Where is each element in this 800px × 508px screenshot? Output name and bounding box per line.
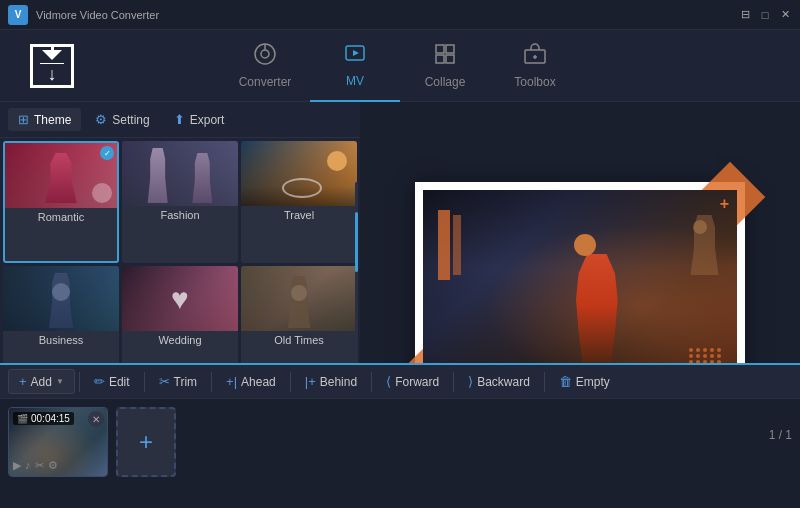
toolbar: + Add ▼ ✏ Edit ✂ Trim +| Ahead |+ Behind… xyxy=(0,365,800,399)
converter-icon xyxy=(253,42,277,71)
forward-button[interactable]: ⟨ Forward xyxy=(376,370,449,393)
theme-travel-thumb xyxy=(241,141,357,206)
add-caret-icon: ▼ xyxy=(56,377,64,386)
theme-wedding-thumb: ♥ xyxy=(122,266,238,331)
svg-marker-4 xyxy=(353,50,359,56)
theme-business-thumb xyxy=(3,266,119,331)
separator-1 xyxy=(79,372,80,392)
tab-export-label: Export xyxy=(190,113,225,127)
left-tab-bar: ⊞ Theme ⚙ Setting ⬆ Export xyxy=(0,102,360,138)
tab-theme-label: Theme xyxy=(34,113,71,127)
tab-toolbox[interactable]: Toolbox xyxy=(490,30,580,102)
theme-romantic-thumb: ✓ xyxy=(5,143,117,208)
selected-check-icon: ✓ xyxy=(100,146,114,160)
download-icon xyxy=(30,44,74,88)
audio-icon: ♪ xyxy=(25,459,31,472)
clock-icon: 🎬 xyxy=(17,414,28,424)
forward-label: Forward xyxy=(395,375,439,389)
theme-romantic-label: Romantic xyxy=(5,208,117,226)
video-frame: + xyxy=(415,182,745,392)
separator-7 xyxy=(544,372,545,392)
tab-setting[interactable]: ⚙ Setting xyxy=(85,108,159,131)
theme-oldtimes-thumb xyxy=(241,266,357,331)
theme-business-label: Business xyxy=(3,331,119,349)
add-label: Add xyxy=(31,375,52,389)
minimize-button[interactable]: ⊟ xyxy=(738,8,752,22)
trim-scissors-icon: ✂ xyxy=(159,374,170,389)
ahead-label: Ahead xyxy=(241,375,276,389)
toolbox-icon xyxy=(523,42,547,71)
backward-icon: ⟩ xyxy=(468,374,473,389)
empty-button[interactable]: 🗑 Empty xyxy=(549,370,620,393)
settings-small-icon: ⚙ xyxy=(48,459,58,472)
empty-label: Empty xyxy=(576,375,610,389)
empty-trash-icon: 🗑 xyxy=(559,374,572,389)
add-button[interactable]: + Add ▼ xyxy=(8,369,75,394)
page-counter: 1 / 1 xyxy=(769,428,792,442)
titlebar: V Vidmore Video Converter ⊟ □ ✕ xyxy=(0,0,800,30)
clip-action-icons: ▶ ♪ ✂ ⚙ xyxy=(13,459,58,472)
theme-fashion-thumb xyxy=(122,141,238,206)
clip-duration: 🎬 00:04:15 xyxy=(13,412,74,425)
setting-gear-icon: ⚙ xyxy=(95,112,107,127)
tab-theme[interactable]: ⊞ Theme xyxy=(8,108,81,131)
window-controls: ⊟ □ ✕ xyxy=(738,8,792,22)
tab-collage[interactable]: Collage xyxy=(400,30,490,102)
theme-travel[interactable]: Travel xyxy=(241,141,357,263)
separator-2 xyxy=(144,372,145,392)
maximize-button[interactable]: □ xyxy=(758,8,772,22)
add-clip-button[interactable]: + xyxy=(116,407,176,477)
separator-3 xyxy=(211,372,212,392)
svg-rect-6 xyxy=(446,45,454,53)
clip-time-value: 00:04:15 xyxy=(31,413,70,424)
tab-converter[interactable]: Converter xyxy=(220,30,310,102)
tab-export[interactable]: ⬆ Export xyxy=(164,108,235,131)
svg-rect-7 xyxy=(436,55,444,63)
cut-icon: ✂ xyxy=(35,459,44,472)
close-button[interactable]: ✕ xyxy=(778,8,792,22)
app-logo: V xyxy=(8,5,28,25)
add-plus-icon: + xyxy=(19,374,27,389)
tab-setting-label: Setting xyxy=(112,113,149,127)
edit-label: Edit xyxy=(109,375,130,389)
forward-icon: ⟨ xyxy=(386,374,391,389)
timeline-clip[interactable]: 🎬 00:04:15 ✕ ▶ ♪ ✂ ⚙ xyxy=(8,407,108,477)
backward-button[interactable]: ⟩ Backward xyxy=(458,370,540,393)
theme-romantic[interactable]: ✓ Romantic xyxy=(3,141,119,263)
separator-4 xyxy=(290,372,291,392)
plus-icon: + xyxy=(720,195,729,213)
tab-collage-label: Collage xyxy=(425,75,466,89)
edit-icon: ✏ xyxy=(94,374,105,389)
app-title: Vidmore Video Converter xyxy=(36,9,738,21)
separator-6 xyxy=(453,372,454,392)
ahead-icon: +| xyxy=(226,374,237,389)
svg-rect-8 xyxy=(446,55,454,63)
theme-travel-label: Travel xyxy=(241,206,357,224)
svg-point-1 xyxy=(261,50,269,58)
theme-oldtimes-label: Old Times xyxy=(241,331,357,349)
theme-fashion[interactable]: Fashion xyxy=(122,141,238,263)
backward-label: Backward xyxy=(477,375,530,389)
behind-label: Behind xyxy=(320,375,357,389)
main-navigation: Converter MV Collage xyxy=(0,30,800,102)
timeline: 🎬 00:04:15 ✕ ▶ ♪ ✂ ⚙ + 1 / 1 xyxy=(0,399,800,485)
separator-5 xyxy=(371,372,372,392)
mv-icon xyxy=(343,41,367,70)
tab-toolbox-label: Toolbox xyxy=(514,75,555,89)
video-content: + xyxy=(423,190,737,384)
export-upload-icon: ⬆ xyxy=(174,112,185,127)
trim-button[interactable]: ✂ Trim xyxy=(149,370,208,393)
behind-button[interactable]: |+ Behind xyxy=(295,370,367,393)
play-small-icon: ▶ xyxy=(13,459,21,472)
clip-close-button[interactable]: ✕ xyxy=(88,411,104,427)
bottom-area: + Add ▼ ✏ Edit ✂ Trim +| Ahead |+ Behind… xyxy=(0,363,800,508)
tab-mv[interactable]: MV xyxy=(310,30,400,102)
theme-fashion-label: Fashion xyxy=(122,206,238,224)
svg-rect-5 xyxy=(436,45,444,53)
collage-icon xyxy=(433,42,457,71)
tab-mv-label: MV xyxy=(346,74,364,88)
behind-icon: |+ xyxy=(305,374,316,389)
ahead-button[interactable]: +| Ahead xyxy=(216,370,286,393)
edit-button[interactable]: ✏ Edit xyxy=(84,370,140,393)
trim-label: Trim xyxy=(174,375,198,389)
